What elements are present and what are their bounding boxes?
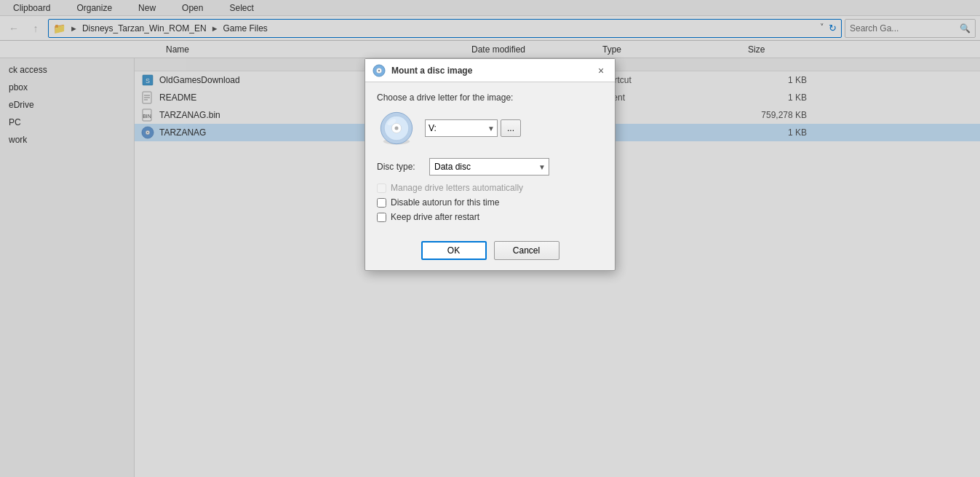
mount-dialog: Mount a disc image × Choose a drive lett… bbox=[364, 58, 616, 271]
svg-point-13 bbox=[378, 69, 381, 71]
checkbox-autorun[interactable] bbox=[377, 198, 386, 208]
disc-type-wrapper: Data disc Audio disc DVD Blu-ray ▼ bbox=[429, 158, 549, 176]
modal-overlay: Mount a disc image × Choose a drive lett… bbox=[0, 0, 980, 477]
drive-letter-label: Choose a drive letter for the image: bbox=[377, 92, 603, 103]
disc-icon-large bbox=[377, 109, 416, 148]
dialog-disc-icon bbox=[373, 64, 386, 77]
svg-point-18 bbox=[395, 127, 399, 130]
drive-select-row: V: W: X: Y: Z: ▼ ... bbox=[425, 119, 521, 137]
checkbox-autorun-row: Disable autorun for this time bbox=[377, 197, 603, 208]
disc-type-label: Disc type: bbox=[377, 162, 429, 172]
browse-button[interactable]: ... bbox=[501, 119, 521, 137]
drive-letter-select[interactable]: V: W: X: Y: Z: bbox=[425, 119, 498, 137]
cancel-button[interactable]: Cancel bbox=[494, 241, 559, 260]
checkbox-keep-label: Keep drive after restart bbox=[391, 212, 479, 222]
dialog-close-button[interactable]: × bbox=[593, 63, 609, 79]
dialog-body: Choose a drive letter for the image: bbox=[365, 82, 615, 234]
disc-type-row: Disc type: Data disc Audio disc DVD Blu-… bbox=[377, 158, 603, 176]
dialog-footer: OK Cancel bbox=[365, 234, 615, 270]
checkbox-keep-row: Keep drive after restart bbox=[377, 212, 603, 222]
dialog-title: Mount a disc image bbox=[391, 66, 593, 76]
checkbox-manage-label: Manage drive letters automatically bbox=[391, 183, 523, 193]
checkbox-manage-row: Manage drive letters automatically bbox=[377, 183, 603, 193]
ok-button[interactable]: OK bbox=[421, 241, 487, 260]
dialog-titlebar: Mount a disc image × bbox=[365, 59, 615, 82]
checkbox-autorun-label: Disable autorun for this time bbox=[391, 197, 499, 208]
checkbox-keep[interactable] bbox=[377, 213, 386, 222]
disc-type-select[interactable]: Data disc Audio disc DVD Blu-ray bbox=[429, 158, 549, 176]
drive-letter-row: V: W: X: Y: Z: ▼ ... bbox=[377, 109, 603, 148]
checkbox-manage bbox=[377, 184, 386, 193]
drive-dropdown-wrapper: V: W: X: Y: Z: ▼ bbox=[425, 119, 498, 137]
